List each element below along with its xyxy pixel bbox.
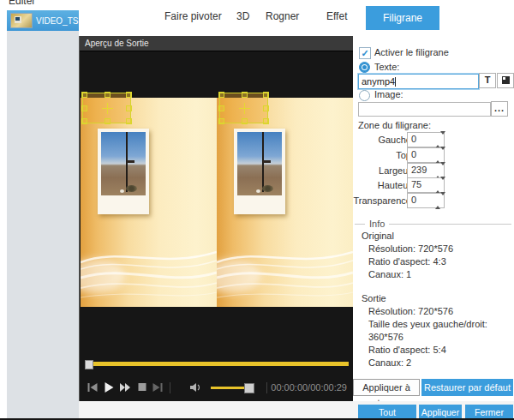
play-icon[interactable] [103,382,115,393]
tab-crop[interactable]: Rogner [266,10,299,22]
resize-handle[interactable] [242,92,248,98]
gauche-spinner[interactable]: 0 [407,132,445,147]
tab-3d[interactable]: 3D [236,10,249,22]
enable-watermark-label: Activer le filigrane [374,47,449,57]
video-left-eye [81,98,217,307]
time-display: 00:00:00/00:00:29 [271,382,347,393]
info-separator: Info [355,219,511,229]
window-title: Editer [9,0,35,7]
resize-handle[interactable] [105,118,111,124]
media-sidebar: VIDEO_TS.V... [7,10,79,418]
resize-handle[interactable] [218,105,224,111]
text-radio[interactable] [359,62,370,73]
watermark-selection-box[interactable] [82,93,131,123]
image-radio[interactable] [359,90,370,101]
zone-title: Zone du filigrane: [358,120,431,130]
playback-controls: 00:00:00/00:00:29 [80,381,354,396]
info-title: Info [369,219,385,229]
edit-tabbar: Faire pivoter 3D Rogner Effet Filigrane [79,0,514,36]
move-cross-icon [244,103,245,114]
skip-end-icon[interactable] [152,382,164,393]
output-resolution: Résolution: 720*576 [368,305,511,318]
transparence-spinner[interactable]: 0 [407,193,445,208]
spinner-arrows-icon[interactable] [435,180,441,190]
output-eye-size: Taille des yeux gauche/droit: 360*576 [368,318,488,344]
tab-effect[interactable]: Effet [326,10,347,22]
divider [170,382,170,393]
watermark-selection-box[interactable] [219,93,268,123]
sidebar-item-video[interactable]: VIDEO_TS.V... [7,10,79,31]
browse-button[interactable]: ... [491,101,508,117]
original-info: Original Résolution: 720*576 Ratio d'asp… [362,230,511,281]
original-resolution: Résolution: 720*576 [368,243,511,255]
tab-watermark[interactable]: Filigrane [366,6,439,30]
field-label-transparence: Transparence: [328,195,414,206]
seek-handle[interactable] [85,360,93,369]
resize-handle[interactable] [263,105,269,111]
polaroid-photo [98,129,149,214]
tab-rotate[interactable]: Faire pivoter [164,10,222,22]
edit-dialog: Editer VIDEO_TS.V... Faire pivoter 3D Ro… [0,0,514,420]
resize-handle[interactable] [218,92,224,98]
original-channels: Canaux: 1 [368,268,511,281]
volume-handle[interactable] [244,383,254,393]
watermark-image-input[interactable] [358,102,491,117]
hauteur-spinner[interactable]: 75 [407,177,445,193]
resize-handle[interactable] [126,92,132,98]
divider [266,382,267,393]
light-streaks [217,240,353,307]
restore-default-button[interactable]: Restaurer par défaut [421,379,513,396]
move-cross-icon [107,103,108,114]
video-frame [81,98,353,307]
skip-start-icon[interactable] [87,382,99,393]
output-preview-panel: Aperçu de Sortie [79,36,354,401]
field-label-largeur: Largeur: [328,165,414,176]
dialog-footer: Tout Restaurer Appliquer Fermer [79,401,514,418]
resize-handle[interactable] [126,118,132,124]
field-label-top: Top: [328,150,414,160]
spinner-arrows-icon[interactable] [435,165,441,176]
apply-to-all-button[interactable]: Appliquer à tous [353,379,420,396]
enable-watermark-checkbox[interactable]: ✓ [359,47,371,59]
color-swatch-icon [502,76,510,84]
resize-handle[interactable] [263,92,269,98]
text-radio-label: Texte: [374,62,399,72]
resize-handle[interactable] [126,105,132,111]
font-button[interactable]: T [479,73,496,88]
fast-forward-icon[interactable] [119,382,131,393]
stop-icon[interactable] [136,382,148,393]
resize-handle[interactable] [218,118,224,124]
largeur-spinner[interactable]: 239 [407,163,445,178]
original-title: Original [362,230,511,243]
resize-handle[interactable] [81,105,87,111]
video-thumbnail [10,13,33,28]
light-streaks [81,240,217,307]
seek-bar[interactable] [85,362,349,366]
color-button[interactable] [497,73,514,88]
polaroid-photo [234,129,285,214]
spinner-arrows-icon[interactable] [435,135,441,145]
watermark-settings-panel: ✓ Activer le filigrane Texte: anymp4 T I… [353,36,514,401]
resize-handle[interactable] [263,118,269,124]
output-channels: Canaux: 2 [368,357,511,369]
resize-handle[interactable] [81,92,87,98]
field-label-hauteur: Hauteur: [328,180,414,190]
output-aspect-ratio: Ratio d'aspect: 5:4 [368,344,511,357]
spinner-arrows-icon[interactable] [435,195,441,206]
video-item-label: VIDEO_TS.V... [36,16,79,26]
resize-handle[interactable] [242,118,248,124]
resize-handle[interactable] [81,118,87,124]
image-radio-label: Image: [374,89,403,99]
resize-handle[interactable] [105,92,111,98]
field-label-gauche: Gauche: [328,135,414,145]
original-aspect-ratio: Ratio d'aspect: 4:3 [368,255,511,268]
speaker-icon[interactable] [189,382,201,393]
watermark-text-input[interactable]: anymp4 [358,74,479,89]
output-title: Sortie [362,292,511,305]
spinner-arrows-icon[interactable] [435,150,441,160]
preview-header: Aperçu de Sortie [80,36,354,51]
top-spinner[interactable]: 0 [407,147,445,163]
output-info: Sortie Résolution: 720*576 Taille des ye… [362,292,511,369]
